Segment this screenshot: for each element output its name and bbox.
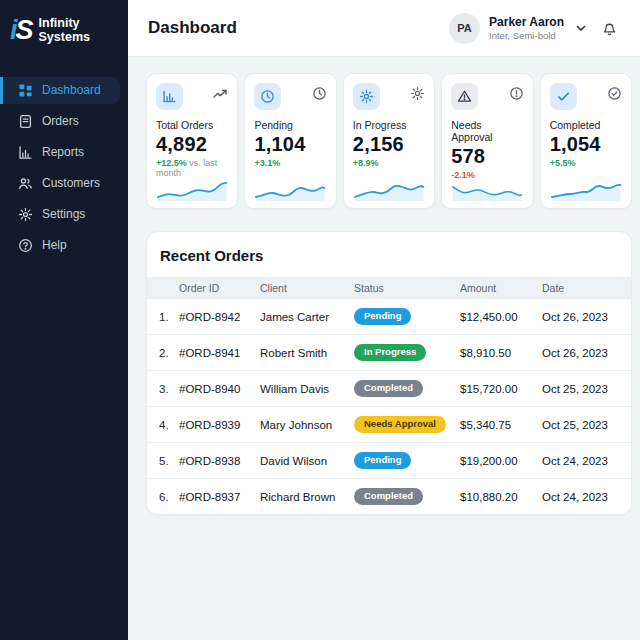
stat-value: 1,104 [254, 133, 326, 156]
date: Oct 24, 2023 [542, 491, 619, 503]
stat-value: 1,054 [550, 133, 622, 156]
client-name: William Davis [260, 383, 354, 395]
order-id: #ORD-8940 [179, 383, 260, 395]
amount: $10,880.20 [460, 491, 542, 503]
chevron-down-icon [575, 22, 587, 34]
stat-label: Completed [550, 119, 622, 131]
sidebar-item-label: Orders [42, 114, 79, 128]
user-name: Parker Aaron [489, 15, 564, 30]
stat-label: In Progress [353, 119, 425, 131]
sidebar-item-label: Settings [42, 207, 85, 221]
table-row: 2. #ORD-8941 Robert Smith In Progress $8… [147, 334, 631, 370]
amount: $15,720.00 [460, 383, 542, 395]
row-index: 6. [159, 491, 179, 503]
users-icon [18, 176, 33, 191]
column-header-status: Status [354, 282, 460, 294]
row-index: 2. [159, 347, 179, 359]
bar-chart-icon [18, 145, 33, 160]
column-header-date: Date [542, 282, 619, 294]
alert-circle-icon [509, 86, 524, 101]
brand-name: Infinity Systems [39, 16, 90, 45]
amount: $12,450.00 [460, 311, 542, 323]
order-id: #ORD-8942 [179, 311, 260, 323]
stat-label: Pending [254, 119, 326, 131]
client-name: David Wilson [260, 455, 354, 467]
user-menu[interactable]: PA Parker Aaron Inter, Semi-bold [449, 13, 587, 44]
stat-delta: +12.5% vs. last month [156, 158, 228, 178]
clock-icon [260, 89, 275, 104]
sidebar-item-reports[interactable]: Reports [0, 139, 120, 166]
status-badge: Pending [354, 452, 411, 469]
sparkline-chart [254, 177, 326, 201]
table-row: 6. #ORD-8937 Richard Brown Completed $10… [147, 478, 631, 514]
stat-value: 4,892 [156, 133, 228, 156]
date: Oct 24, 2023 [542, 455, 619, 467]
document-icon [18, 114, 33, 129]
sidebar-item-label: Reports [42, 145, 84, 159]
stat-card-pending: Pending 1,104 +3.1% [244, 73, 336, 209]
bell-icon [601, 20, 618, 37]
sparkline-chart [156, 178, 228, 201]
trend-up-icon [212, 86, 228, 102]
row-index: 3. [159, 383, 179, 395]
status-badge: Completed [354, 488, 423, 505]
gear-icon [18, 207, 33, 222]
clock-icon [312, 86, 327, 101]
gear-icon [359, 89, 374, 104]
sidebar-item-dashboard[interactable]: Dashboard [0, 77, 120, 104]
warning-triangle-icon [457, 89, 472, 104]
stats-row: Total Orders 4,892 +12.5% vs. last month… [146, 73, 632, 209]
stat-delta: -2.1% [451, 170, 523, 180]
sidebar-item-settings[interactable]: Settings [0, 201, 120, 228]
main-content: Total Orders 4,892 +12.5% vs. last month… [128, 57, 640, 640]
stat-value: 2,156 [353, 133, 425, 156]
logo-mark-icon: iS [10, 17, 32, 44]
recent-orders-title: Recent Orders [147, 232, 631, 277]
amount: $8,910.50 [460, 347, 542, 359]
stat-card-in-progress: In Progress 2,156 +8.9% [343, 73, 435, 209]
sidebar-nav: Dashboard Orders Reports Customers Setti… [0, 77, 128, 259]
notification-bell-button[interactable] [601, 20, 618, 37]
sidebar-item-help[interactable]: Help [0, 232, 120, 259]
date: Oct 26, 2023 [542, 311, 619, 323]
table-row: 1. #ORD-8942 James Carter Pending $12,45… [147, 298, 631, 334]
brand-logo: iS Infinity Systems [0, 0, 128, 63]
order-id: #ORD-8937 [179, 491, 260, 503]
sidebar-item-label: Help [42, 238, 67, 252]
table-row: 3. #ORD-8940 William Davis Completed $15… [147, 370, 631, 406]
sidebar-item-orders[interactable]: Orders [0, 108, 120, 135]
client-name: James Carter [260, 311, 354, 323]
recent-orders-panel: Recent Orders Order ID Client Status Amo… [146, 231, 632, 515]
top-header: Dashboard PA Parker Aaron Inter, Semi-bo… [128, 0, 640, 57]
sparkline-chart [451, 180, 523, 201]
app-window: iS Infinity Systems Dashboard Orders Rep… [0, 0, 640, 640]
gear-icon [410, 86, 425, 101]
sidebar: iS Infinity Systems Dashboard Orders Rep… [0, 0, 128, 640]
status-badge: Pending [354, 308, 411, 325]
order-id: #ORD-8939 [179, 419, 260, 431]
user-subtitle: Inter, Semi-bold [489, 30, 564, 41]
date: Oct 25, 2023 [542, 419, 619, 431]
sparkline-chart [353, 177, 425, 201]
sidebar-item-label: Customers [42, 176, 100, 190]
check-icon [556, 89, 571, 104]
sidebar-item-label: Dashboard [42, 83, 101, 97]
row-index: 1. [159, 311, 179, 323]
column-header-client: Client [260, 282, 354, 294]
stat-card-completed: Completed 1,054 +5.5% [540, 73, 632, 209]
avatar: PA [449, 13, 480, 44]
status-badge: Completed [354, 380, 423, 397]
help-circle-icon [18, 238, 33, 253]
table-header-row: Order ID Client Status Amount Date [147, 277, 631, 298]
stat-value: 578 [451, 145, 523, 168]
stat-label: Total Orders [156, 119, 228, 131]
row-index: 4. [159, 419, 179, 431]
sidebar-item-customers[interactable]: Customers [0, 170, 120, 197]
stat-delta: +8.9% [353, 158, 425, 168]
stat-delta: +3.1% [254, 158, 326, 168]
amount: $5,340.75 [460, 419, 542, 431]
table-row: 4. #ORD-8939 Mary Johnson Needs Approval… [147, 406, 631, 442]
amount: $19,200.00 [460, 455, 542, 467]
sparkline-chart [550, 177, 622, 201]
grid-icon [18, 83, 33, 98]
